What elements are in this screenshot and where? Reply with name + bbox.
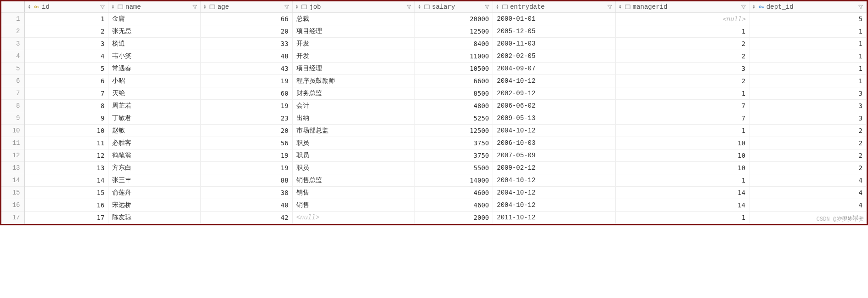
cell-age[interactable]: 42 — [200, 212, 292, 224]
row-number[interactable]: 13 — [1, 162, 25, 174]
cell-age[interactable]: 40 — [200, 199, 292, 212]
column-header-salary[interactable]: ▴▾salary — [415, 1, 493, 13]
cell-id[interactable]: 14 — [25, 174, 108, 187]
cell-dept_id[interactable]: 1 — [749, 75, 867, 87]
cell-age[interactable]: 19 — [200, 100, 292, 112]
cell-managerid[interactable]: 14 — [616, 199, 749, 212]
cell-salary[interactable]: 14000 — [415, 174, 493, 187]
sort-icon[interactable]: ▴▾ — [752, 5, 755, 9]
cell-id[interactable]: 3 — [25, 38, 108, 50]
cell-id[interactable]: 4 — [25, 50, 108, 63]
table-row[interactable]: 1414张三丰88销售总监140002004-10-1214 — [1, 174, 867, 187]
cell-managerid[interactable]: 1 — [616, 125, 749, 137]
cell-name[interactable]: 鹤笔翁 — [108, 149, 200, 162]
cell-dept_id[interactable]: 3 — [749, 87, 867, 100]
cell-dept_id[interactable]: 2 — [749, 149, 867, 162]
cell-salary[interactable]: 12500 — [415, 25, 493, 38]
cell-job[interactable]: 项目经理 — [292, 63, 415, 75]
cell-age[interactable]: 56 — [200, 137, 292, 149]
cell-job[interactable]: 财务总监 — [292, 87, 415, 100]
cell-entrydate[interactable]: 2006-10-03 — [493, 137, 616, 149]
cell-name[interactable]: 陈友琼 — [108, 212, 200, 224]
cell-salary[interactable]: 20000 — [415, 13, 493, 25]
filter-icon[interactable] — [100, 4, 105, 10]
cell-name[interactable]: 灭绝 — [108, 87, 200, 100]
cell-id[interactable]: 5 — [25, 63, 108, 75]
cell-salary[interactable]: 4800 — [415, 100, 493, 112]
row-number[interactable]: 6 — [1, 75, 25, 87]
cell-age[interactable]: 88 — [200, 174, 292, 187]
row-number[interactable]: 3 — [1, 38, 25, 50]
cell-salary[interactable]: 8500 — [415, 87, 493, 100]
row-number[interactable]: 8 — [1, 100, 25, 112]
cell-job[interactable]: 项目经理 — [292, 25, 415, 38]
cell-managerid[interactable]: 2 — [616, 38, 749, 50]
cell-job[interactable]: 销售 — [292, 187, 415, 199]
cell-dept_id[interactable]: 5 — [749, 13, 867, 25]
cell-salary[interactable]: 8400 — [415, 38, 493, 50]
cell-salary[interactable]: 5250 — [415, 112, 493, 125]
cell-name[interactable]: 张无忌 — [108, 25, 200, 38]
cell-name[interactable]: 方东白 — [108, 162, 200, 174]
cell-age[interactable]: 48 — [200, 50, 292, 63]
cell-managerid[interactable]: 10 — [616, 162, 749, 174]
sort-icon[interactable]: ▴▾ — [418, 5, 421, 9]
column-header-entrydate[interactable]: ▴▾entrydate — [493, 1, 616, 13]
table-row[interactable]: 1111必胜客56职员37502006-10-03102 — [1, 137, 867, 149]
filter-icon[interactable] — [192, 4, 198, 10]
cell-job[interactable]: 程序员鼓励师 — [292, 75, 415, 87]
cell-name[interactable]: 张三丰 — [108, 174, 200, 187]
cell-dept_id[interactable]: 2 — [749, 162, 867, 174]
row-number[interactable]: 15 — [1, 187, 25, 199]
sort-icon[interactable]: ▴▾ — [496, 5, 499, 9]
sort-icon[interactable]: ▴▾ — [295, 5, 299, 9]
cell-entrydate[interactable]: 2004-09-07 — [493, 63, 616, 75]
cell-age[interactable]: 43 — [200, 63, 292, 75]
cell-entrydate[interactable]: 2000-01-01 — [493, 13, 616, 25]
table-row[interactable]: 55常遇春43项目经理105002004-09-0731 — [1, 63, 867, 75]
cell-entrydate[interactable]: 2004-10-12 — [493, 174, 616, 187]
cell-id[interactable]: 15 — [25, 187, 108, 199]
cell-entrydate[interactable]: 2004-10-12 — [493, 199, 616, 212]
cell-age[interactable]: 33 — [200, 38, 292, 50]
cell-name[interactable]: 俞莲舟 — [108, 187, 200, 199]
cell-id[interactable]: 17 — [25, 212, 108, 224]
cell-managerid[interactable]: 10 — [616, 137, 749, 149]
row-number[interactable]: 9 — [1, 112, 25, 125]
cell-dept_id[interactable]: 1 — [749, 25, 867, 38]
cell-name[interactable]: 韦小笑 — [108, 50, 200, 63]
table-row[interactable]: 22张无忌20项目经理125002005-12-0511 — [1, 25, 867, 38]
table-row[interactable]: 1515俞莲舟38销售46002004-10-12144 — [1, 187, 867, 199]
table-row[interactable]: 77灭绝60财务总监85002002-09-1213 — [1, 87, 867, 100]
cell-salary[interactable]: 12500 — [415, 125, 493, 137]
cell-age[interactable]: 66 — [200, 13, 292, 25]
cell-entrydate[interactable]: 2007-05-09 — [493, 149, 616, 162]
table-row[interactable]: 33杨逍33开发84002000-11-0321 — [1, 38, 867, 50]
cell-dept_id[interactable]: 4 — [749, 174, 867, 187]
cell-name[interactable]: 杨逍 — [108, 38, 200, 50]
cell-managerid[interactable]: <null> — [616, 13, 749, 25]
row-number[interactable]: 1 — [1, 13, 25, 25]
cell-job[interactable]: 职员 — [292, 137, 415, 149]
table-row[interactable]: 1010赵敏20市场部总监125002004-10-1212 — [1, 125, 867, 137]
table-row[interactable]: 44韦小笑48开发110002002-02-0521 — [1, 50, 867, 63]
cell-salary[interactable]: 5500 — [415, 162, 493, 174]
cell-age[interactable]: 60 — [200, 87, 292, 100]
cell-salary[interactable]: 11000 — [415, 50, 493, 63]
cell-entrydate[interactable]: 2009-02-12 — [493, 162, 616, 174]
cell-job[interactable]: 销售总监 — [292, 174, 415, 187]
row-number[interactable]: 2 — [1, 25, 25, 38]
cell-entrydate[interactable]: 2005-12-05 — [493, 25, 616, 38]
cell-entrydate[interactable]: 2002-09-12 — [493, 87, 616, 100]
cell-name[interactable]: 丁敏君 — [108, 112, 200, 125]
cell-entrydate[interactable]: 2006-06-02 — [493, 100, 616, 112]
cell-name[interactable]: 金庸 — [108, 13, 200, 25]
sort-icon[interactable]: ▴▾ — [111, 5, 114, 9]
cell-salary[interactable]: 10500 — [415, 63, 493, 75]
cell-job[interactable]: 市场部总监 — [292, 125, 415, 137]
table-row[interactable]: 99丁敏君23出纳52502009-05-1373 — [1, 112, 867, 125]
cell-dept_id[interactable]: <null> — [749, 212, 867, 224]
table-row[interactable]: 1717陈友琼42<null>20002011-10-121<null> — [1, 212, 867, 224]
cell-name[interactable]: 周芷若 — [108, 100, 200, 112]
cell-age[interactable]: 20 — [200, 125, 292, 137]
